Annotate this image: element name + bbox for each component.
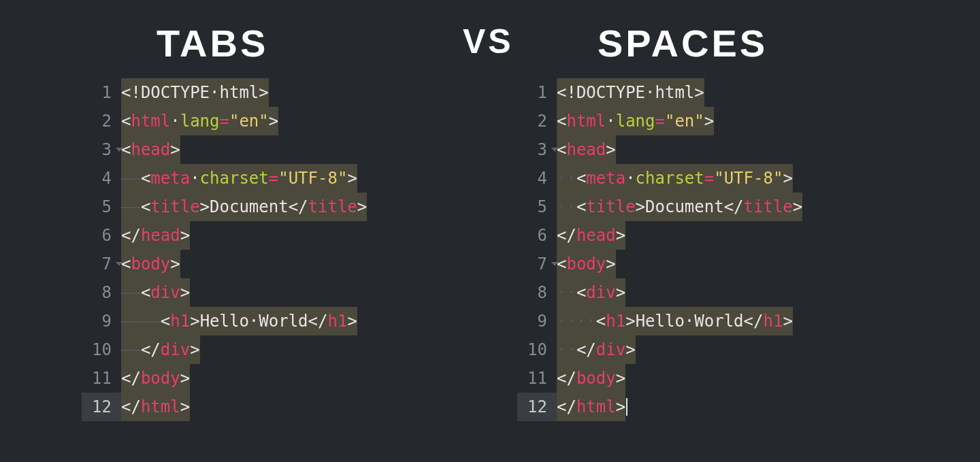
indent-tab: —— [121, 278, 141, 307]
code-content: ····<h1>Hello·World</h1> [557, 307, 793, 335]
line-number: 5 [517, 193, 557, 221]
heading-spaces: SPACES [598, 24, 768, 63]
token-p: > [180, 221, 190, 250]
token-p: </ [557, 221, 576, 250]
line-number: 7 [517, 250, 557, 278]
token-p: · [645, 78, 655, 107]
line-number: 1 [517, 78, 557, 107]
heading-tabs: TABS [157, 24, 268, 63]
token-p: < [121, 250, 131, 278]
code-line: 7<body> [517, 250, 802, 278]
code-content: ——<meta·charset="UTF-8"> [121, 164, 357, 193]
token-p: < [141, 278, 150, 307]
token-p: · [210, 78, 219, 107]
token-p: > [694, 78, 704, 107]
code-line: 3<head> [82, 135, 367, 164]
line-number: 6 [82, 221, 121, 250]
code-line: 10——</div> [82, 335, 367, 364]
token-p: </ [576, 335, 596, 364]
code-panel-tabs: 1<!DOCTYPE·html>2<html·lang="en">3<head>… [82, 78, 367, 421]
code-line: 2<html·lang="en"> [517, 107, 802, 135]
code-block: 1<!DOCTYPE·html>2<html·lang="en">3<head>… [517, 78, 802, 421]
token-at: lang [616, 107, 655, 135]
fold-marker-icon[interactable] [116, 262, 122, 266]
indent-space: ·· [576, 307, 596, 335]
token-p: > [606, 135, 615, 164]
token-p: · [606, 107, 615, 135]
token-tag: h1 [327, 307, 347, 335]
fold-marker-icon[interactable] [116, 148, 122, 152]
token-p: > [347, 164, 357, 193]
line-number: 12 [517, 393, 557, 421]
token-p: < [557, 107, 566, 135]
code-line: 10··</div> [517, 335, 802, 364]
token-str: "UTF-8" [278, 164, 347, 193]
token-p: </ [141, 335, 161, 364]
line-number: 1 [82, 78, 121, 107]
code-content: <body> [121, 250, 180, 278]
token-p: < [121, 107, 131, 135]
code-block: 1<!DOCTYPE·html>2<html·lang="en">3<head>… [82, 78, 367, 421]
line-number: 4 [517, 164, 557, 193]
token-tag: div [150, 278, 180, 307]
token-p: > [180, 393, 190, 421]
token-p: > [616, 221, 625, 250]
token-p: > [190, 335, 199, 364]
token-tag: html [566, 107, 606, 135]
token-p: < [557, 78, 566, 107]
token-tag: body [576, 364, 616, 393]
token-str: "UTF-8" [714, 164, 783, 193]
token-txt: Hello·World [200, 307, 308, 335]
code-content: <body> [557, 250, 616, 278]
code-line: 9————<h1>Hello·World</h1> [82, 307, 367, 335]
code-content: ··<title>Document</title> [557, 193, 802, 221]
code-content: </head> [121, 221, 190, 250]
line-number: 11 [82, 364, 121, 393]
token-tag: div [596, 335, 625, 364]
token-op: = [655, 107, 665, 135]
code-content: <!DOCTYPE·html> [557, 78, 704, 107]
line-number: 12 [82, 393, 121, 421]
fold-marker-icon[interactable] [551, 148, 558, 152]
code-line: 7<body> [82, 250, 367, 278]
token-str: "en" [229, 107, 269, 135]
code-content: </html> [121, 393, 190, 421]
token-p: </ [308, 307, 328, 335]
token-p: > [616, 278, 625, 307]
token-p: < [576, 278, 586, 307]
code-line: 4··<meta·charset="UTF-8"> [517, 164, 802, 193]
code-line: 11</body> [517, 364, 802, 393]
token-p: > [347, 307, 357, 335]
line-number: 3 [517, 135, 557, 164]
token-tag: title [586, 193, 635, 221]
token-txt: html [220, 78, 259, 107]
token-p: < [141, 164, 150, 193]
fold-marker-icon[interactable] [551, 262, 558, 266]
indent-tab: —— [121, 193, 141, 221]
token-tag: html [576, 393, 616, 421]
token-op: = [220, 107, 229, 135]
code-line: 6</head> [517, 221, 802, 250]
code-content: <head> [557, 135, 616, 164]
token-p: </ [557, 364, 576, 393]
token-p: < [141, 193, 150, 221]
code-line: 1<!DOCTYPE·html> [517, 78, 802, 107]
code-line: 8··<div> [517, 278, 802, 307]
code-content: <html·lang="en"> [121, 107, 278, 135]
token-tag: title [744, 193, 793, 221]
token-tag: meta [150, 164, 190, 193]
token-p: > [783, 307, 792, 335]
code-line: 5··<title>Document</title> [517, 193, 802, 221]
code-line: 11</body> [82, 364, 367, 393]
token-p: > [704, 107, 714, 135]
token-p: > [783, 164, 792, 193]
token-tag: div [586, 278, 615, 307]
code-content: ··<meta·charset="UTF-8"> [557, 164, 793, 193]
token-tag: head [131, 135, 170, 164]
code-content: </html> [557, 393, 627, 421]
token-tag: h1 [763, 307, 783, 335]
token-p: </ [724, 193, 744, 221]
indent-tab: —— [141, 307, 161, 335]
token-p: · [190, 164, 199, 193]
token-tag: head [141, 221, 180, 250]
